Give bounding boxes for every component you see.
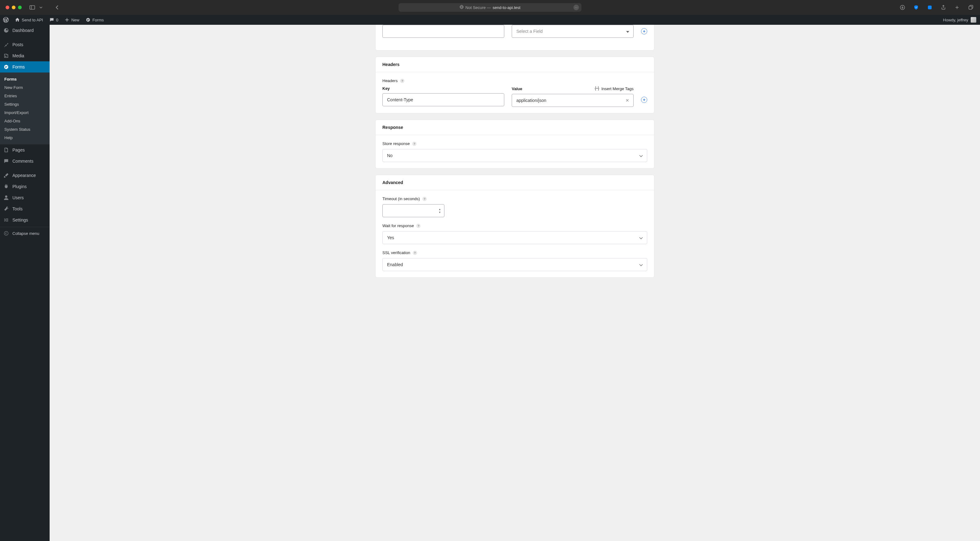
help-icon[interactable]: ?	[412, 141, 417, 146]
sidebar-item-label: Settings	[13, 217, 28, 222]
media-icon	[3, 53, 9, 59]
browser-chrome: Not Secure — send-to-api.test ···	[0, 0, 980, 15]
sidebar-icon[interactable]	[29, 4, 36, 11]
sidebar-item-plugins[interactable]: Plugins	[0, 181, 49, 192]
help-icon[interactable]: ?	[416, 224, 420, 228]
sidebar-item-dashboard[interactable]: Dashboard	[0, 25, 49, 36]
submenu-item-addons[interactable]: Add-Ons	[0, 117, 49, 125]
merge-tags-icon	[595, 86, 600, 91]
submenu-item-help[interactable]: Help	[0, 133, 49, 142]
pages-icon	[3, 147, 9, 153]
wp-logo-menu[interactable]	[0, 15, 12, 25]
store-response-select[interactable]: No	[382, 149, 647, 162]
value-column-label: Value	[512, 86, 522, 91]
ssl-verification-select[interactable]: Enabled	[382, 258, 647, 271]
sidebar-item-settings[interactable]: Settings	[0, 214, 49, 225]
clear-input-icon[interactable]: ✕	[625, 98, 629, 103]
sidebar-item-label: Pages	[13, 148, 25, 152]
sidebar-item-media[interactable]: Media	[0, 50, 49, 61]
minimize-window-button[interactable]	[12, 6, 16, 9]
comments-icon	[3, 158, 9, 164]
collapse-menu-button[interactable]: Collapse menu	[0, 227, 49, 240]
close-window-button[interactable]	[6, 6, 9, 9]
new-content-link[interactable]: New	[61, 15, 83, 25]
sidebar-item-posts[interactable]: Posts	[0, 39, 49, 50]
response-panel-title: Response	[375, 120, 654, 135]
svg-point-9	[4, 232, 8, 235]
url-bar[interactable]: Not Secure — send-to-api.test ···	[399, 3, 581, 12]
collapse-label: Collapse menu	[13, 231, 40, 236]
help-icon[interactable]: ?	[400, 79, 404, 83]
help-icon[interactable]: ?	[413, 251, 417, 255]
wait-response-select[interactable]: Yes	[382, 231, 647, 244]
avatar	[971, 17, 976, 22]
sidebar-item-label: Comments	[13, 159, 33, 163]
submenu-item-settings[interactable]: Settings	[0, 100, 49, 108]
sidebar-item-appearance[interactable]: Appearance	[0, 170, 49, 181]
plugin-icon	[3, 183, 9, 190]
submenu-item-import-export[interactable]: Import/Export	[0, 108, 49, 117]
gravity-forms-icon	[86, 17, 91, 22]
tabs-overview-icon[interactable]	[967, 4, 974, 11]
howdy-label: Howdy, jeffrey	[943, 17, 968, 22]
svg-point-10	[596, 88, 597, 89]
insert-merge-tags-button[interactable]: Insert Merge Tags	[595, 86, 633, 91]
sidebar-item-label: Users	[13, 195, 24, 200]
site-name-link[interactable]: Send to API	[12, 15, 46, 25]
add-header-button[interactable]: +	[641, 97, 647, 103]
comments-link[interactable]: 0	[46, 15, 61, 25]
back-button[interactable]	[53, 4, 61, 11]
headers-field-label: Headers ?	[382, 78, 647, 83]
comment-icon	[49, 17, 54, 22]
merge-tags-label: Insert Merge Tags	[601, 86, 633, 91]
timeout-number-input[interactable]: ▲ ▼	[382, 204, 444, 217]
extension-icon[interactable]	[926, 4, 934, 11]
share-icon[interactable]	[940, 4, 947, 11]
chrome-right-controls	[899, 4, 974, 11]
sidebar-item-label: Forms	[13, 65, 25, 70]
help-icon[interactable]: ?	[422, 197, 427, 201]
chevron-down-icon[interactable]	[37, 4, 45, 11]
header-value-input[interactable]	[512, 94, 633, 107]
number-stepper[interactable]: ▲ ▼	[439, 208, 441, 214]
svg-rect-7	[969, 6, 972, 9]
submenu-item-entries[interactable]: Entries	[0, 92, 49, 100]
header-key-input[interactable]	[382, 93, 504, 106]
new-tab-icon[interactable]	[953, 4, 961, 11]
submenu-item-new-form[interactable]: New Form	[0, 83, 49, 92]
stepper-up-icon: ▲	[439, 208, 441, 211]
field-key-input[interactable]	[382, 25, 504, 38]
url-text: send-to-api.test	[493, 5, 521, 10]
advanced-panel-title: Advanced	[375, 175, 654, 190]
submenu-item-system-status[interactable]: System Status	[0, 125, 49, 133]
sidebar-item-label: Plugins	[13, 184, 27, 189]
sidebar-submenu: Forms New Form Entries Settings Import/E…	[0, 73, 49, 144]
headers-panel-title: Headers	[375, 57, 654, 72]
submenu-item-forms[interactable]: Forms	[0, 75, 49, 83]
user-account-menu[interactable]: Howdy, jeffrey	[943, 17, 980, 22]
add-row-button[interactable]: +	[641, 28, 647, 34]
forms-icon	[3, 64, 9, 70]
timeout-label: Timeout (in seconds) ?	[382, 197, 647, 201]
wordpress-icon	[3, 17, 9, 22]
sidebar-item-forms[interactable]: Forms	[0, 61, 49, 73]
timeout-input[interactable]	[387, 205, 440, 217]
field-select[interactable]: Select a Field	[512, 25, 633, 38]
user-icon	[3, 195, 9, 201]
sidebar-item-pages[interactable]: Pages	[0, 144, 49, 155]
collapse-icon	[3, 230, 9, 236]
wp-admin-bar: Send to API 0 New Forms Howdy, jeffrey	[0, 15, 980, 25]
new-content-label: New	[71, 17, 80, 22]
stepper-down-icon: ▼	[439, 211, 441, 214]
maximize-window-button[interactable]	[18, 6, 22, 9]
response-panel: Response Store response ? No	[375, 120, 654, 168]
download-icon[interactable]	[899, 4, 906, 11]
sidebar-item-comments[interactable]: Comments	[0, 155, 49, 167]
site-name-label: Send to API	[22, 17, 43, 22]
gravity-forms-link[interactable]: Forms	[83, 15, 107, 25]
sidebar-item-users[interactable]: Users	[0, 192, 49, 203]
sidebar-item-label: Appearance	[13, 173, 36, 178]
sidebar-item-tools[interactable]: Tools	[0, 203, 49, 214]
privacy-shield-icon[interactable]	[912, 4, 920, 11]
url-more-icon[interactable]: ···	[573, 5, 579, 10]
